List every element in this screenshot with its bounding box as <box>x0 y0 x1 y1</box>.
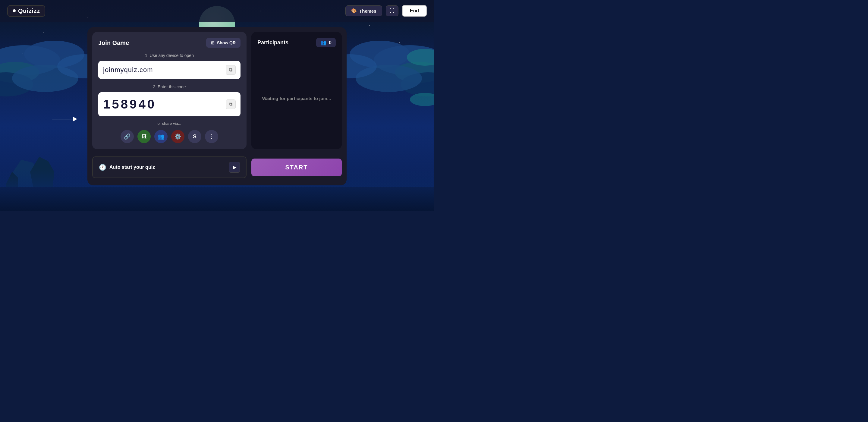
copy-code-icon: ⧉ <box>229 101 232 107</box>
join-title: Join Game <box>98 39 129 47</box>
fullscreen-icon: ⛶ <box>390 8 395 13</box>
join-section: Join Game ⊞ Show QR 1. Use any device to… <box>92 32 247 149</box>
arrow-line <box>52 119 73 119</box>
start-label: START <box>285 164 308 171</box>
arrow-head <box>73 117 77 121</box>
main-panel: Join Game ⊞ Show QR 1. Use any device to… <box>87 27 347 185</box>
share-label: or share via... <box>98 121 241 126</box>
share-teams-button[interactable]: 👥 <box>154 130 167 143</box>
participants-count-box: 👥 0 <box>316 38 336 47</box>
more-icon: ⋮ <box>209 133 214 140</box>
clock-icon: 🕐 <box>99 164 106 171</box>
share-link-button[interactable]: 🔗 <box>121 130 134 143</box>
game-code: 158940 <box>103 97 156 112</box>
settings-icon: ⚙️ <box>175 133 181 140</box>
topbar: Quizizz 🎨 Themes ⛶ End <box>0 0 434 22</box>
step1-label: 1. Use any device to open <box>98 53 241 58</box>
share-s-button[interactable]: S <box>188 130 201 143</box>
auto-start-button[interactable]: 🕐 Auto start your quiz ▶ <box>92 156 247 178</box>
participants-icon: 👥 <box>320 40 327 46</box>
ground <box>0 187 434 211</box>
participants-section: Participants 👥 0 Waiting for participant… <box>251 32 342 149</box>
share-classroom-button[interactable]: 🖼 <box>137 130 151 143</box>
url-text: joinmyquiz.com <box>103 66 153 74</box>
fullscreen-button[interactable]: ⛶ <box>386 5 398 16</box>
show-qr-button[interactable]: ⊞ Show QR <box>206 38 241 48</box>
play-icon: ▶ <box>233 165 236 170</box>
copy-url-button[interactable]: ⧉ <box>226 65 236 75</box>
code-box: 158940 ⧉ <box>98 92 241 116</box>
link-icon: 🔗 <box>124 133 130 140</box>
palette-icon: 🎨 <box>351 8 357 13</box>
themes-button[interactable]: 🎨 Themes <box>345 5 382 16</box>
show-qr-label: Show QR <box>217 40 236 45</box>
copy-code-button[interactable]: ⧉ <box>226 99 236 109</box>
share-settings-button[interactable]: ⚙️ <box>171 130 184 143</box>
s-icon: S <box>193 133 196 140</box>
end-label: End <box>410 8 419 13</box>
panel-body: Join Game ⊞ Show QR 1. Use any device to… <box>87 27 347 154</box>
step2-label: 2. Enter this code <box>98 84 241 89</box>
start-button[interactable]: START <box>251 158 342 176</box>
copy-icon: ⧉ <box>229 67 232 72</box>
auto-start-left: 🕐 Auto start your quiz <box>99 164 155 171</box>
join-header: Join Game ⊞ Show QR <box>98 38 241 48</box>
logo-dot <box>13 9 16 12</box>
share-more-button[interactable]: ⋮ <box>205 130 218 143</box>
teams-icon: 👥 <box>158 133 164 140</box>
logo: Quizizz <box>7 5 45 17</box>
waiting-text: Waiting for participants to join... <box>262 96 331 101</box>
end-button[interactable]: End <box>402 5 427 17</box>
classroom-icon: 🖼 <box>141 133 147 140</box>
qr-icon: ⊞ <box>211 40 215 45</box>
auto-start-label: Auto start your quiz <box>110 164 155 170</box>
topbar-right: 🎨 Themes ⛶ End <box>345 5 427 17</box>
play-icon-box: ▶ <box>229 162 240 173</box>
participants-count: 0 <box>329 40 332 46</box>
participants-header: Participants 👥 0 <box>257 38 336 47</box>
participants-title: Participants <box>257 39 288 46</box>
logo-text: Quizizz <box>18 7 40 14</box>
arrow-pointer <box>52 117 77 121</box>
bottom-bar: 🕐 Auto start your quiz ▶ START <box>87 156 347 178</box>
themes-label: Themes <box>359 8 376 13</box>
svg-point-13 <box>410 93 434 106</box>
share-icons: 🔗 🖼 👥 ⚙️ S ⋮ <box>98 130 241 143</box>
url-box: joinmyquiz.com ⧉ <box>98 61 241 79</box>
